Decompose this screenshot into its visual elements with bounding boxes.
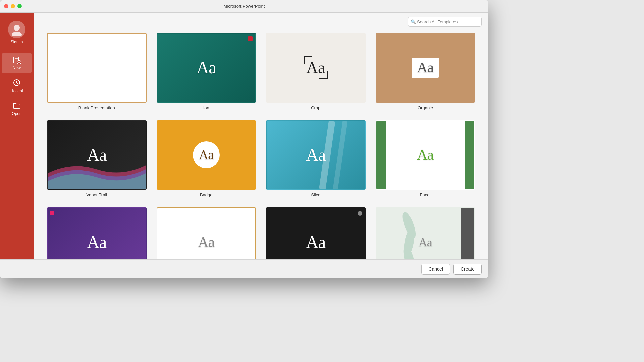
template-name-organic: Organic (418, 105, 433, 110)
new-label: New (13, 66, 21, 70)
template-thumbnail-slice: Aa (266, 120, 366, 190)
template-item-ion[interactable]: Aa Ion (157, 33, 256, 110)
templates-grid: Blank Presentation Aa Ion Aa Crop Aa Org… (34, 29, 488, 259)
titlebar-buttons (4, 4, 22, 8)
template-thumbnail-ionboard: Aa (47, 207, 147, 259)
template-item-crop[interactable]: Aa Crop (266, 33, 366, 110)
minimize-button[interactable] (11, 4, 15, 8)
svg-line-10 (17, 83, 18, 84)
close-button[interactable] (4, 4, 8, 8)
template-thumbnail-feathered: Aa (376, 207, 475, 259)
sidebar: Sign in New (0, 13, 34, 259)
content-area: 🔍 Blank Presentation Aa Ion Aa Crop Aa O… (34, 13, 488, 259)
template-item-feathered[interactable]: Aa Feathered (376, 207, 475, 259)
search-input[interactable] (408, 17, 482, 27)
sign-in-label: Sign in (11, 40, 23, 44)
template-item-organic[interactable]: Aa Organic (376, 33, 475, 110)
template-name-vapor-trail: Vapor Trail (86, 192, 107, 197)
template-item-blank[interactable]: Blank Presentation (47, 33, 147, 110)
create-button[interactable]: Create (453, 264, 482, 275)
maximize-button[interactable] (17, 4, 22, 8)
template-thumbnail-blank (47, 33, 147, 103)
ion-tag (248, 36, 253, 41)
user-avatar-icon (10, 23, 23, 36)
search-icon: 🔍 (411, 19, 416, 24)
template-thumbnail-crop: Aa (266, 33, 366, 103)
template-thumbnail-facet: Aa (376, 120, 475, 190)
template-name-badge: Badge (200, 192, 213, 197)
sidebar-item-sign-in[interactable]: Sign in (2, 18, 32, 47)
template-thumbnail-retro: Aa (157, 207, 256, 259)
template-name-crop: Crop (311, 105, 320, 110)
open-label: Open (12, 111, 21, 116)
svg-line-11 (322, 121, 332, 189)
svg-point-1 (12, 32, 22, 36)
open-folder-icon (12, 101, 21, 110)
template-item-badge[interactable]: Aa Badge (157, 120, 256, 198)
template-name-facet: Facet (420, 192, 431, 197)
titlebar: Microsoft PowerPoint (0, 0, 488, 13)
search-wrap: 🔍 (408, 17, 482, 27)
svg-line-12 (335, 121, 345, 189)
search-bar-row: 🔍 (34, 13, 488, 29)
window-title: Microsoft PowerPoint (224, 4, 265, 9)
template-item-facet[interactable]: Aa Facet (376, 120, 475, 198)
template-thumbnail-badge: Aa (157, 120, 256, 190)
sidebar-item-open[interactable]: Open (2, 99, 32, 119)
template-thumbnail-headlines: Aa (266, 207, 366, 259)
template-item-headlines[interactable]: Aa Headlines (266, 207, 366, 259)
recent-icon (12, 78, 21, 87)
template-thumbnail-organic: Aa (376, 33, 475, 103)
template-name-slice: Slice (311, 192, 320, 197)
template-item-vapor-trail[interactable]: Aa Vapor Trail (47, 120, 147, 198)
template-thumbnail-vapor: Aa (47, 120, 147, 190)
sidebar-item-new[interactable]: New (2, 53, 32, 73)
recent-label: Recent (10, 88, 23, 93)
sidebar-item-recent[interactable]: Recent (2, 76, 32, 96)
template-name-blank: Blank Presentation (78, 105, 115, 110)
svg-point-0 (14, 25, 20, 31)
template-item-slice[interactable]: Aa Slice (266, 120, 366, 198)
avatar (8, 21, 25, 38)
template-thumbnail-ion: Aa (157, 33, 256, 103)
new-icon (12, 56, 21, 64)
template-item-ion-boardroom[interactable]: Aa Ion Boardroom (47, 207, 147, 259)
template-name-ion: Ion (203, 105, 209, 110)
footer: Cancel Create (0, 259, 488, 278)
template-item-retrospect[interactable]: Aa Retrospect (157, 207, 256, 259)
cancel-button[interactable]: Cancel (421, 264, 450, 275)
main-area: Sign in New (0, 13, 488, 259)
